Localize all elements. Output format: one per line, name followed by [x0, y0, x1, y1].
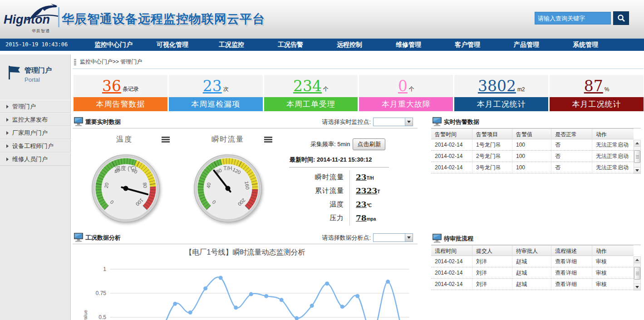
reading-value[interactable]: 78 [356, 213, 367, 222]
stat-label-bar[interactable]: 本周告警数据 [74, 97, 167, 111]
col-header: 流程描述 [551, 246, 592, 256]
section-title-realtime: 重要实时数据 [85, 118, 121, 126]
nav-item-system-management[interactable]: 系统管理 [556, 39, 615, 51]
nav-item-customer-management[interactable]: 客户管理 [438, 39, 497, 51]
nav-item-monitoring-center-portal[interactable]: 监控中心门户 [84, 39, 143, 51]
view-detail-link[interactable]: 查看详细 [551, 279, 592, 290]
stat-label-bar[interactable]: 本月重大故障 [359, 97, 453, 111]
stat-label-bar[interactable]: 本月工况统计 [454, 97, 548, 111]
gauge-menu-icon[interactable] [162, 137, 170, 143]
sidebar-item-maintenance-staff-portal[interactable]: 维修人员门户 [0, 153, 71, 166]
breadcrumb[interactable]: 监控中心门户>> 管理门户 [74, 58, 142, 66]
approvals-table-header: 流程时间 提交人 待审批人 流程描述 动作 [431, 245, 634, 256]
content-top-border [73, 69, 644, 69]
nav-item-maintenance-management[interactable]: 维修管理 [379, 39, 438, 51]
reading-unit: T [377, 189, 380, 194]
nav-item-visualization-management[interactable]: 可视化管理 [143, 39, 202, 51]
scroll-up-button[interactable] [634, 140, 640, 147]
search-button[interactable] [613, 11, 629, 25]
sidebar-item-label: 监控大屏发布 [12, 113, 48, 126]
stat-label-bar[interactable]: 本周工单受理 [264, 97, 358, 111]
approve-link[interactable]: 审核 [592, 279, 634, 290]
stat-label-bar[interactable]: 本周巡检漏项 [169, 97, 263, 111]
svg-text:0.75: 0.75 [96, 290, 107, 296]
nav-items: 监控中心门户 可视化管理 工况监控 工况告警 远程控制 维修管理 客户管理 产品… [84, 39, 615, 51]
stat-unit: m2 [517, 86, 525, 93]
scroll-down-button[interactable] [634, 167, 640, 173]
sidebar-item-management-portal[interactable]: 管理门户 [0, 100, 71, 113]
flag-icon [7, 65, 21, 80]
latest-time-label: 最新时间: [290, 156, 315, 163]
approvals-section: 待审批流程 流程时间 提交人 待审批人 流程描述 动作 2014-02-14刘洋… [431, 232, 641, 245]
chart-title: 【电厂1号线】瞬时流量动态监测分析 [73, 248, 418, 257]
reading-value[interactable]: 23 [356, 200, 367, 209]
monitor-icon [432, 117, 442, 127]
approve-link[interactable]: 审核 [592, 267, 634, 279]
stat-unit: 个 [323, 85, 329, 93]
nav-item-condition-alarm[interactable]: 工况告警 [261, 39, 320, 51]
gauge-menu-icon[interactable] [264, 137, 272, 143]
table-row: 2014-02-14刘洋 赵城查看详细 审核 [431, 279, 634, 290]
alarm-action[interactable]: 无法正常启动 [592, 151, 634, 162]
refresh-button[interactable]: 点击刷新 [353, 138, 385, 150]
search-icon [617, 14, 625, 22]
select-dropdown-button[interactable] [405, 118, 413, 126]
sidebar-item-device-engineer-portal[interactable]: 设备工程师门户 [0, 139, 71, 153]
scrollbar-thumb[interactable] [634, 267, 640, 280]
reading-value[interactable]: 2323 [356, 186, 377, 195]
stat-card-monthly-condition-stats-2: 87% 本月工况统计 [550, 75, 644, 111]
svg-text:20: 20 [103, 182, 110, 188]
col-header: 流程时间 [431, 246, 472, 256]
sidebar-item-factory-user-portal[interactable]: 厂家用户门户 [0, 126, 71, 139]
chevron-down-icon [407, 236, 411, 239]
stat-value[interactable]: 234 [293, 79, 322, 94]
sidebar-item-label: 管理门户 [12, 100, 36, 113]
stat-card-weekly-alarms: 36条记录 本周告警数据 [74, 75, 167, 111]
scroll-up-button[interactable] [634, 257, 640, 263]
svg-text:T/H: T/H [223, 165, 232, 172]
table-scrollbar[interactable] [634, 256, 641, 290]
logo-text: Hignton [4, 13, 50, 27]
svg-text:1: 1 [103, 266, 106, 272]
alarm-action[interactable]: 无法正常启动 [592, 162, 634, 173]
col-header: 动作 [592, 129, 634, 140]
gauge-title-flow: 瞬时流量 [211, 135, 244, 144]
reading-value[interactable]: 23 [356, 172, 367, 182]
arrow-right-icon [6, 158, 9, 161]
table-scrollbar[interactable] [634, 140, 641, 174]
monitor-icon [74, 117, 84, 127]
stat-value[interactable]: 36 [102, 79, 121, 94]
scroll-down-button[interactable] [634, 284, 640, 290]
sidebar: 管理门户 Portal 管理门户 监控大屏发布 厂家用户门户 设备工程师门户 维… [0, 54, 71, 320]
nav-item-product-management[interactable]: 产品管理 [497, 39, 556, 51]
svg-text:value: value [83, 310, 88, 320]
alarm-action[interactable]: 无法正常启动 [592, 139, 634, 151]
sidebar-item-big-screen-publish[interactable]: 监控大屏发布 [0, 113, 71, 126]
nav-item-condition-monitoring[interactable]: 工况监控 [202, 39, 261, 51]
analysis-point-select[interactable] [373, 233, 413, 242]
reading-unit: T/H [367, 176, 374, 181]
logo-subtext: 华辰智通 [32, 28, 50, 34]
scrollbar-thumb[interactable] [634, 150, 640, 163]
col-header: 提交人 [472, 246, 512, 256]
nav-item-remote-control[interactable]: 远程控制 [320, 39, 379, 51]
view-detail-link[interactable]: 查看详细 [551, 256, 592, 267]
sidebar-item-label: 厂家用户门户 [12, 127, 48, 139]
stat-label-bar[interactable]: 本月工况统计 [550, 97, 644, 111]
view-detail-link[interactable]: 查看详细 [551, 267, 592, 279]
grip-icon [74, 59, 76, 65]
stat-value[interactable]: 87 [584, 79, 603, 94]
stat-value[interactable]: 23 [203, 79, 222, 94]
stat-value[interactable]: 0 [398, 79, 408, 94]
stat-value[interactable]: 3802 [478, 79, 516, 94]
reading-label: 瞬时流量 [281, 173, 344, 182]
select-dropdown-button[interactable] [405, 234, 413, 241]
search-box [535, 12, 629, 25]
temperature-gauge: 020406080100温度 (℃) [89, 151, 162, 226]
section-title-alarms: 实时告警数据 [444, 118, 479, 126]
search-input[interactable] [535, 12, 611, 25]
approve-link[interactable]: 审核 [592, 256, 634, 267]
col-header: 告警时间 [431, 129, 472, 140]
realtime-monitor-point-select[interactable] [373, 118, 413, 126]
readings-panel: 瞬时流量 23T/H 累计流量 2323T 温度 23℃ 压力 78mpa [281, 170, 413, 225]
